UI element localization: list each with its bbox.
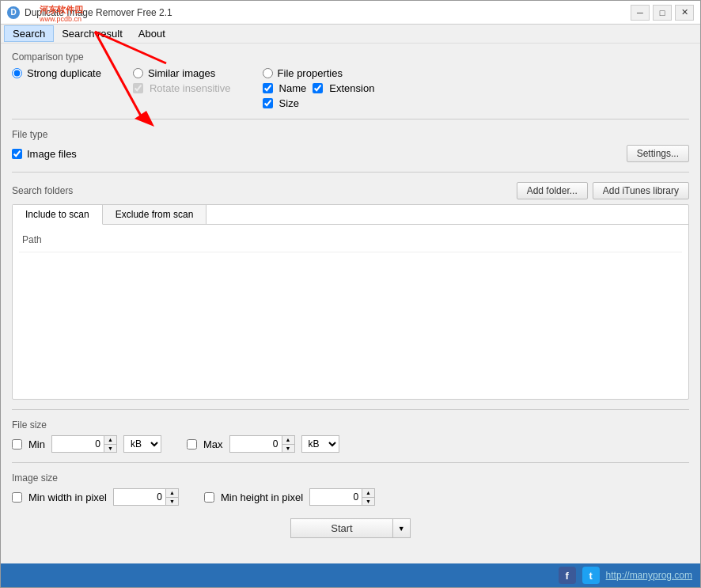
min-width-checkbox[interactable] <box>12 492 22 503</box>
min-height-spinbox: ▲ ▼ <box>309 488 375 506</box>
scan-tabs-container: Include to scan Exclude from scan Path <box>12 204 689 400</box>
file-size-max-unit-select[interactable]: kB MB GB <box>301 435 339 453</box>
close-button[interactable]: ✕ <box>675 5 694 21</box>
file-size-min-unit-select[interactable]: kB MB GB <box>123 435 161 453</box>
file-size-min-spinbox: ▲ ▼ <box>51 435 117 453</box>
add-itunes-button[interactable]: Add iTunes library <box>593 182 689 199</box>
path-header: Path <box>19 231 682 252</box>
start-dropdown-arrow[interactable]: ▼ <box>392 519 410 537</box>
min-width-label: Min width in pixel <box>28 491 107 503</box>
similar-images-label: Similar images <box>148 67 215 79</box>
size-checkbox[interactable] <box>263 98 273 108</box>
min-height-input[interactable] <box>310 489 362 505</box>
file-size-min-checkbox[interactable] <box>12 439 22 450</box>
menu-bar: Search Search result About <box>1 25 700 44</box>
min-height-down[interactable]: ▼ <box>362 497 374 506</box>
file-size-max-input[interactable] <box>230 436 282 452</box>
file-size-min-input[interactable] <box>52 436 104 452</box>
comparison-section: Comparison type Strong duplicate Similar… <box>12 51 689 109</box>
separator-4 <box>12 462 689 463</box>
min-height-checkbox[interactable] <box>204 492 214 503</box>
file-size-min-up[interactable]: ▲ <box>104 436 116 444</box>
comparison-options: Strong duplicate Similar images Rotate i… <box>12 67 689 109</box>
file-size-max-checkbox[interactable] <box>187 439 197 450</box>
tab-include-scan[interactable]: Include to scan <box>13 205 103 225</box>
image-files-checkbox[interactable] <box>12 149 22 159</box>
file-properties-label: File properties <box>278 67 343 79</box>
tab-content: Path <box>13 225 688 399</box>
min-height-label: Min height in pixel <box>221 491 303 503</box>
file-size-title: File size <box>12 419 689 431</box>
menu-search-result[interactable]: Search result <box>54 26 131 41</box>
image-size-title: Image size <box>12 472 689 484</box>
file-size-min-down[interactable]: ▼ <box>104 444 116 453</box>
separator-3 <box>12 409 689 410</box>
title-bar: D Duplicate Image Remover Free 2.1 ─ □ ✕ <box>1 1 700 25</box>
separator-1 <box>12 119 689 119</box>
size-label: Size <box>279 97 299 109</box>
similar-images-radio[interactable] <box>133 68 143 78</box>
start-button-container: Start ▼ <box>290 518 410 538</box>
file-size-section: File size Min ▲ ▼ kB MB GB <box>12 419 689 453</box>
image-size-row: Min width in pixel ▲ ▼ Min height in pix… <box>12 488 689 506</box>
search-folders-title: Search folders <box>12 185 73 196</box>
file-properties-option: File properties <box>263 67 375 79</box>
rotate-insensitive-label: Rotate insensitive <box>150 82 231 94</box>
rotate-insensitive-option: Rotate insensitive <box>133 82 231 94</box>
window-controls: ─ □ ✕ <box>631 5 694 21</box>
file-type-title: File type <box>12 129 689 140</box>
minimize-button[interactable]: ─ <box>631 5 650 21</box>
file-size-max-up[interactable]: ▲ <box>282 436 294 444</box>
file-type-left: Image files <box>12 148 77 160</box>
min-height-up[interactable]: ▲ <box>362 489 374 497</box>
menu-about[interactable]: About <box>131 26 173 41</box>
settings-button[interactable]: Settings... <box>627 145 689 162</box>
window-title: Duplicate Image Remover Free 2.1 <box>25 7 172 18</box>
extension-checkbox[interactable] <box>313 83 323 93</box>
footer-link[interactable]: http://manyprog.com <box>606 570 692 581</box>
tab-exclude-scan[interactable]: Exclude from scan <box>103 205 207 224</box>
extension-label: Extension <box>329 82 374 94</box>
file-properties-radio[interactable] <box>263 68 273 78</box>
min-width-input[interactable] <box>114 489 165 505</box>
search-folders-section: Search folders Add folder... Add iTunes … <box>12 182 689 400</box>
file-type-section: File type Image files Settings... <box>12 129 689 162</box>
app-icon: D <box>7 6 20 19</box>
separator-2 <box>12 172 689 173</box>
file-size-max-down[interactable]: ▼ <box>282 444 294 453</box>
file-size-max-spinbox: ▲ ▼ <box>229 435 295 453</box>
facebook-icon[interactable]: f <box>559 567 576 584</box>
min-width-spinbox: ▲ ▼ <box>113 488 179 506</box>
min-width-up[interactable]: ▲ <box>166 489 178 497</box>
start-button[interactable]: Start <box>291 519 392 537</box>
strong-duplicate-label: Strong duplicate <box>27 67 101 79</box>
main-content: Comparison type Strong duplicate Similar… <box>1 44 700 563</box>
similar-images-option: Similar images <box>133 67 231 79</box>
rotate-insensitive-checkbox[interactable] <box>133 83 143 93</box>
menu-search[interactable]: Search <box>4 25 54 42</box>
search-folders-header: Search folders Add folder... Add iTunes … <box>12 182 689 199</box>
file-size-max-label: Max <box>203 438 223 450</box>
strong-duplicate-option: Strong duplicate <box>12 67 101 79</box>
file-size-min-label: Min <box>28 438 45 450</box>
twitter-icon[interactable]: t <box>582 567 600 584</box>
name-label: Name <box>279 82 307 94</box>
add-folder-button[interactable]: Add folder... <box>517 182 588 199</box>
name-checkbox[interactable] <box>263 83 273 93</box>
size-option: Size <box>263 97 375 109</box>
file-size-row: Min ▲ ▼ kB MB GB Max <box>12 435 689 453</box>
strong-duplicate-radio[interactable] <box>12 68 22 78</box>
image-size-section: Image size Min width in pixel ▲ ▼ Min he… <box>12 472 689 506</box>
image-files-label: Image files <box>27 148 77 160</box>
file-type-row: Image files Settings... <box>12 145 689 162</box>
comparison-title: Comparison type <box>12 51 689 63</box>
start-row: Start ▼ <box>12 518 689 538</box>
folder-buttons: Add folder... Add iTunes library <box>517 182 689 199</box>
footer: f t http://manyprog.com <box>1 563 700 587</box>
maximize-button[interactable]: □ <box>653 5 672 21</box>
min-width-down[interactable]: ▼ <box>166 497 178 506</box>
tabs-header: Include to scan Exclude from scan <box>13 205 688 225</box>
properties-subopts: Name Extension <box>263 82 375 94</box>
